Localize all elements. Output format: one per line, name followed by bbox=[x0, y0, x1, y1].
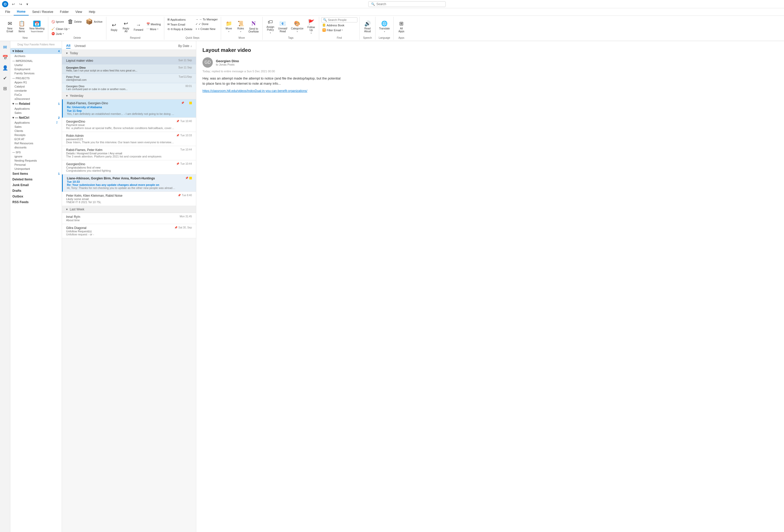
ref-resources-folder[interactable]: Ref Resources bbox=[10, 141, 62, 145]
search-input[interactable] bbox=[376, 2, 443, 6]
appex-folder[interactable]: Appex R1 bbox=[10, 80, 62, 84]
related-sales-folder[interactable]: Sales bbox=[10, 111, 62, 115]
netctrl-folder[interactable]: ▾ — NetCtrl 2 bbox=[10, 115, 62, 121]
archives-folder[interactable]: Archives bbox=[10, 54, 62, 58]
personal-folder[interactable]: Personal bbox=[10, 162, 62, 167]
junk-button[interactable]: ⛔ Junk ▾ bbox=[50, 31, 64, 36]
tab-folder[interactable]: Folder bbox=[57, 8, 72, 16]
move-button[interactable]: 📁 Move ▾ bbox=[223, 19, 234, 34]
search-people-input[interactable] bbox=[328, 18, 354, 22]
email-item-liane[interactable]: Liane-Atkinson, Gorglen Birm, Peter Anna… bbox=[62, 175, 196, 192]
nesting-requests-folder[interactable]: Nesting Requests bbox=[10, 158, 62, 162]
netctrl-applications-folder[interactable]: Applications2 bbox=[10, 121, 62, 125]
contacts-nav-icon[interactable]: 👤 bbox=[1, 64, 9, 72]
ignore-button[interactable]: 🚫 Ignore bbox=[50, 17, 65, 26]
done-button[interactable]: ✓ ✓ Done bbox=[194, 22, 219, 26]
related-applications-folder[interactable]: Applications bbox=[10, 107, 62, 111]
ignore-folder[interactable]: ignore bbox=[10, 154, 62, 158]
clean-up-button[interactable]: 🧹 Clean Up ▾ bbox=[50, 27, 71, 31]
read-aloud-button[interactable]: 🔊 Read Aloud bbox=[362, 19, 373, 34]
deleted-items-folder[interactable]: Deleted Items bbox=[10, 177, 62, 182]
customize-button[interactable]: ▾ bbox=[25, 2, 30, 7]
new-items-button[interactable]: 📋 NewItems bbox=[16, 19, 27, 34]
email-item-peter-kelm[interactable]: Rabid-Flames, Peter Kelm Tue 10:44 Detai… bbox=[62, 146, 196, 160]
search-box[interactable]: 🔍 bbox=[368, 1, 446, 7]
tab-all[interactable]: All bbox=[66, 43, 71, 49]
applications-button[interactable]: ⊞ Applications bbox=[166, 17, 193, 22]
email-item-georgiendino-1[interactable]: GeorgienDino 📌 Tue 10:40 Payment issue R… bbox=[62, 118, 196, 132]
email-flag-gd1: 📌 bbox=[176, 120, 179, 123]
translate-button[interactable]: 🌐 Translate ▾ bbox=[377, 19, 391, 34]
preview-meta: Today; replied to entire message a Sun 5… bbox=[202, 70, 778, 73]
email-item-robin[interactable]: Robin Admin 📌 Tue 10:33 password123 Dear… bbox=[62, 132, 196, 146]
all-apps-button[interactable]: ⊞ All Apps bbox=[396, 19, 407, 34]
mail-nav-icon[interactable]: ✉ bbox=[1, 43, 9, 51]
tab-help[interactable]: Help bbox=[86, 8, 99, 16]
reply-delete-button[interactable]: ⟲ ⟲ Reply & Delete bbox=[166, 27, 193, 31]
reply-button[interactable]: ↩ Reply bbox=[109, 21, 120, 32]
undo-button[interactable]: ↩ bbox=[10, 2, 17, 7]
email-item-inna[interactable]: Inna! Ry!n Mon 31:45 About time bbox=[62, 213, 196, 224]
reply-all-button[interactable]: ↩ Reply All bbox=[120, 19, 132, 34]
catalyst-folder[interactable]: Catalyst bbox=[10, 84, 62, 89]
more-nav-icon[interactable]: ⊞ bbox=[1, 84, 9, 93]
employment-folder[interactable]: Employment bbox=[10, 67, 62, 71]
rss-folder[interactable]: RSS Feeds bbox=[10, 199, 62, 205]
calendar-nav-icon[interactable]: 📅 bbox=[1, 53, 9, 62]
email-flag-liane-pin: 📌 bbox=[185, 177, 188, 179]
netctrl-sales-folder[interactable]: Sales bbox=[10, 125, 62, 129]
email-item-gilira[interactable]: Gilira Diagonal 📌 Sat 30, Sep Unfollow R… bbox=[62, 224, 196, 238]
outbox-folder[interactable]: Outbox bbox=[10, 194, 62, 199]
address-book-button[interactable]: 📒 Address Book bbox=[321, 23, 345, 27]
xdisconnect-folder[interactable]: xDisconnect bbox=[10, 97, 62, 101]
useful-folder[interactable]: Useful bbox=[10, 63, 62, 67]
meeting-button[interactable]: 📅 Meeting bbox=[145, 22, 162, 26]
email-item-rabid-flames-1[interactable]: Rabid-Flames, Georgien-Dino 📌 Re: Univer… bbox=[62, 99, 196, 118]
new-email-button[interactable]: ✉ New Email bbox=[4, 19, 16, 34]
drafts-folder[interactable]: Drafts bbox=[10, 188, 62, 194]
delete-icon: 🗑 bbox=[68, 18, 73, 25]
email-item-georgiendino-2[interactable]: GeorgienDino 📌 Tue 10:44 Congratulations… bbox=[62, 160, 196, 175]
tasks-nav-icon[interactable]: ✔ bbox=[1, 74, 9, 82]
categorize-button[interactable]: 🎨 Categorize ▾ bbox=[289, 19, 305, 34]
create-new-button[interactable]: + + Create New bbox=[194, 27, 219, 31]
ecr-folder[interactable]: ECR AT bbox=[10, 137, 62, 141]
receipts-folder[interactable]: Receipts bbox=[10, 133, 62, 137]
email-preview-pane: Layout maker video GD Georgien Dino to J… bbox=[196, 41, 784, 532]
delete-button[interactable]: 🗑 Delete bbox=[66, 17, 83, 26]
unimportant-folder[interactable]: Unimportant bbox=[10, 167, 62, 171]
email-sort-control[interactable]: By Date ↓ bbox=[178, 44, 192, 48]
onenote-button[interactable]: 𝐍 Send to OneNote bbox=[247, 19, 260, 34]
unread-read-button[interactable]: 📧 Unread/ Read bbox=[277, 19, 289, 34]
filter-email-button[interactable]: 🔽 Filter Email ▾ bbox=[321, 28, 344, 32]
archive-button[interactable]: 📦 Archive bbox=[84, 17, 104, 26]
more-respond-button[interactable]: ⋯ More ▾ bbox=[145, 27, 162, 31]
tab-view[interactable]: View bbox=[72, 8, 85, 16]
follow-up-button[interactable]: 🚩 Follow Up ▾ bbox=[306, 18, 317, 35]
email-item-layout-video[interactable]: Layout maker video Sun 11 Sep Georgien D… bbox=[62, 57, 196, 92]
assign-policy-icon: 🏷 bbox=[268, 19, 273, 25]
assign-policy-button[interactable]: 🏷 Assign Policy ▾ bbox=[265, 18, 276, 35]
preview-link[interactable]: https://classroom.hill.edu/videos/IndovD… bbox=[202, 89, 778, 93]
constante-folder[interactable]: constante bbox=[10, 89, 62, 93]
new-meeting-button[interactable]: 📅 New MeetingTeamViewer bbox=[28, 20, 46, 34]
related-folder[interactable]: ▾ — Related 1 bbox=[10, 101, 62, 107]
team-email-button[interactable]: ✉ Team Email bbox=[166, 22, 193, 27]
family-services-folder[interactable]: Family Services bbox=[10, 71, 62, 76]
forward-button[interactable]: → Forward bbox=[132, 21, 145, 32]
sent-items-folder[interactable]: Sent Items 1 bbox=[10, 171, 62, 177]
tab-send-receive[interactable]: Send / Receive bbox=[29, 8, 56, 16]
fixco-folder[interactable]: FixCo bbox=[10, 93, 62, 97]
email-sender-inna: Inna! Ry!n bbox=[66, 215, 80, 219]
tab-home[interactable]: Home bbox=[14, 8, 28, 16]
discounts-folder[interactable]: discounts bbox=[10, 145, 62, 149]
inbox-folder[interactable]: ▾ Inbox 4 bbox=[10, 48, 62, 54]
email-item-pkk[interactable]: Peter Kelm, Klien Kleinman, Rabid Noise … bbox=[62, 192, 196, 206]
to-manager-button[interactable]: → → To Manager bbox=[194, 17, 219, 22]
redo-button[interactable]: ↪ bbox=[18, 2, 24, 7]
tab-unread[interactable]: Unread bbox=[75, 43, 86, 48]
clients-folder[interactable]: Clients bbox=[10, 129, 62, 133]
junk-email-folder[interactable]: Junk Email bbox=[10, 182, 62, 188]
rules-button[interactable]: 📜 Rules ▾ bbox=[235, 19, 246, 34]
tab-file[interactable]: File bbox=[2, 8, 13, 16]
